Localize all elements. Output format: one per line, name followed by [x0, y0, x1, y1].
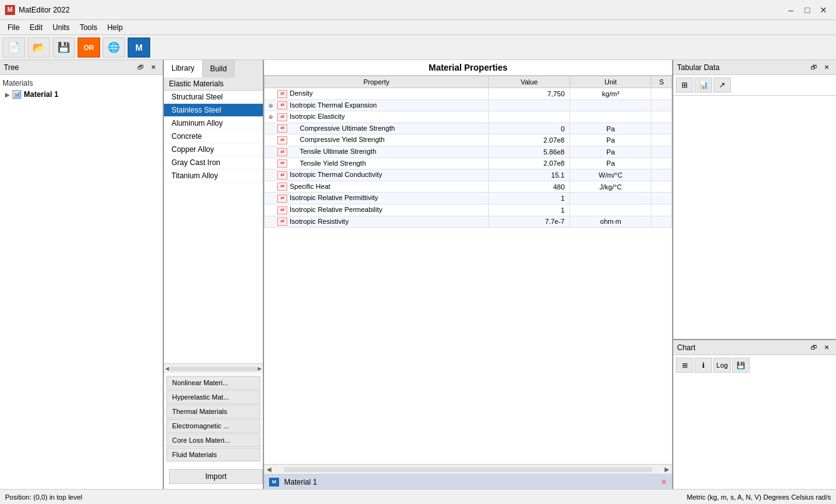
thermal-materials-button[interactable]: Thermal Materials — [166, 405, 260, 418]
tabular-minimize-button[interactable]: 🗗 — [808, 63, 820, 73]
property-name-cell: ⇄Density — [265, 88, 489, 100]
hscroll-left-icon[interactable]: ◀ — [264, 466, 274, 473]
property-row[interactable]: ⇄Specific Heat480J/kg/°C — [265, 181, 672, 193]
tree-expand-icon[interactable]: ▶ — [5, 91, 10, 98]
library-item-concrete[interactable]: Concrete — [164, 130, 263, 143]
library-item-titanium-alloy[interactable]: Titanium Alloy — [164, 169, 263, 183]
property-s-cell — [651, 193, 672, 204]
property-unit-cell: Pa — [570, 158, 651, 169]
scroll-right-icon[interactable]: ▶ — [258, 366, 262, 371]
import-area: Import — [164, 464, 263, 489]
library-item-structural-steel[interactable]: Structural Steel — [164, 91, 263, 104]
property-row[interactable]: ⇄Tensile Ultimate Strength5.86e8Pa — [265, 146, 672, 158]
chart-fit-button[interactable]: ⊞ — [676, 358, 693, 373]
property-name-text: Tensile Yield Strength — [290, 159, 366, 167]
hscroll-track — [284, 467, 652, 472]
expand-row-icon[interactable]: ⊕ — [268, 114, 277, 120]
property-row[interactable]: ⇄Isotropic Resistivity7.7e-7ohm·m — [265, 216, 672, 228]
material-properties-title: Material Properties — [264, 60, 672, 76]
chart-info-button[interactable]: ℹ — [695, 358, 712, 373]
electromagnetic-materials-button[interactable]: Electromagnetic ... — [166, 419, 260, 433]
property-name-cell: ⇄Isotropic Resistivity — [265, 216, 489, 228]
library-item-aluminum-alloy[interactable]: Aluminum Alloy — [164, 117, 263, 130]
property-type-icon: ⇄ — [277, 136, 287, 144]
tabular-grid-button[interactable]: ⊞ — [676, 78, 693, 93]
library-elastic-header[interactable]: Elastic Materials — [164, 78, 263, 91]
property-s-cell — [651, 111, 672, 123]
expand-row-icon[interactable]: ⊕ — [268, 103, 277, 109]
property-name-text: Compressive Yield Strength — [290, 136, 385, 143]
right-panel: Tabular Data 🗗 ✕ ⊞ 📊 ↗ Chart 🗗 ✕ — [673, 60, 836, 489]
new-button[interactable]: 📄 — [3, 38, 25, 58]
property-type-icon: ⇄ — [277, 148, 287, 156]
chart-save-button[interactable]: 💾 — [732, 358, 750, 373]
property-value-cell: 2.07e8 — [489, 134, 570, 146]
m-button[interactable]: M — [128, 38, 150, 58]
menu-help[interactable]: Help — [102, 22, 128, 33]
property-type-icon: ⇄ — [277, 113, 287, 121]
property-row[interactable]: ⇄Compressive Yield Strength2.07e8Pa — [265, 134, 672, 146]
library-item-copper-alloy[interactable]: Copper Alloy — [164, 143, 263, 156]
status-units: Metric (kg, m, s, A, N, V) Degrees Celsi… — [687, 493, 831, 501]
app-title: MatEditor 2022 — [19, 6, 69, 14]
property-s-cell — [651, 134, 672, 146]
footer-close-icon[interactable]: ✕ — [661, 478, 667, 486]
library-scrollbar[interactable]: ◀ ▶ — [164, 363, 263, 373]
menu-file[interactable]: File — [3, 22, 24, 33]
library-item-gray-cast-iron[interactable]: Gray Cast Iron — [164, 156, 263, 169]
or-button[interactable]: OR — [78, 38, 100, 58]
property-name-cell: ⇄Specific Heat — [265, 181, 489, 193]
property-row[interactable]: ⊕⇄Isotropic Thermal Expansion — [265, 99, 672, 111]
material1-label: Material 1 — [24, 90, 58, 99]
property-row[interactable]: ⇄Isotropic Relative Permittivity1 — [265, 193, 672, 204]
tree-item-material1[interactable]: ▶ M Material 1 — [3, 89, 160, 100]
property-unit-cell — [570, 193, 651, 204]
chart-log-button[interactable]: Log — [713, 358, 731, 373]
property-row[interactable]: ⇄Tensile Yield Strength2.07e8Pa — [265, 158, 672, 169]
property-value-cell: 1 — [489, 193, 570, 204]
property-name-cell: ⇄Isotropic Relative Permittivity — [265, 193, 489, 204]
menu-edit[interactable]: Edit — [24, 22, 48, 33]
tabular-export-button[interactable]: ↗ — [713, 78, 731, 93]
chart-close-button[interactable]: ✕ — [821, 343, 832, 353]
chart-minimize-button[interactable]: 🗗 — [808, 343, 820, 353]
property-unit-cell: W/m/°C — [570, 169, 651, 181]
property-row[interactable]: ⊕⇄Isotropic Elasticity — [265, 111, 672, 123]
library-group-buttons: Nonlinear Materi... Hyperelastic Mat... … — [164, 373, 263, 464]
tabular-data-content — [673, 96, 836, 339]
property-name-cell: ⊕⇄Isotropic Thermal Expansion — [265, 99, 489, 111]
import-button[interactable]: Import — [169, 469, 263, 484]
property-row[interactable]: ⇄Isotropic Relative Permeability1 — [265, 204, 672, 216]
library-item-stainless-steel[interactable]: Stainless Steel — [164, 104, 263, 117]
minimize-button[interactable]: – — [783, 4, 798, 16]
close-button[interactable]: ✕ — [816, 4, 831, 16]
property-value-cell: 2.07e8 — [489, 158, 570, 169]
tabular-chart-button[interactable]: 📊 — [695, 78, 712, 93]
fluid-materials-button[interactable]: Fluid Materials — [166, 448, 260, 461]
tab-library[interactable]: Library — [164, 60, 203, 78]
maximize-button[interactable]: □ — [800, 4, 815, 16]
menu-bar: File Edit Units Tools Help — [0, 20, 836, 35]
tabular-toolbar: ⊞ 📊 ↗ — [673, 75, 836, 96]
property-row[interactable]: ⇄Compressive Ultimate Strength0Pa — [265, 123, 672, 134]
menu-tools[interactable]: Tools — [74, 22, 102, 33]
save-button[interactable]: 💾 — [53, 38, 75, 58]
property-row[interactable]: ⇄Isotropic Thermal Conductivity15.1W/m/°… — [265, 169, 672, 181]
hscroll-right-icon[interactable]: ▶ — [662, 466, 672, 473]
hyperelastic-materials-button[interactable]: Hyperelastic Mat... — [166, 390, 260, 404]
tab-build[interactable]: Build — [203, 60, 235, 78]
open-button[interactable]: 📂 — [28, 38, 50, 58]
property-s-cell — [651, 216, 672, 228]
property-name-cell: ⇄Isotropic Relative Permeability — [265, 204, 489, 216]
web-button[interactable]: 🌐 — [103, 38, 125, 58]
core-loss-materials-button[interactable]: Core Loss Materi... — [166, 433, 260, 447]
property-name-text: Isotropic Relative Permittivity — [290, 194, 378, 201]
properties-hscrollbar[interactable]: ◀ ▶ — [264, 464, 672, 474]
tabular-close-button[interactable]: ✕ — [821, 63, 832, 73]
tree-minimize-button[interactable]: 🗗 — [135, 63, 146, 73]
tree-close-button[interactable]: ✕ — [148, 63, 159, 73]
property-row[interactable]: ⇄Density7,750kg/m³ — [265, 88, 672, 100]
menu-units[interactable]: Units — [48, 22, 74, 33]
property-type-icon: ⇄ — [277, 159, 287, 168]
nonlinear-materials-button[interactable]: Nonlinear Materi... — [166, 376, 260, 390]
